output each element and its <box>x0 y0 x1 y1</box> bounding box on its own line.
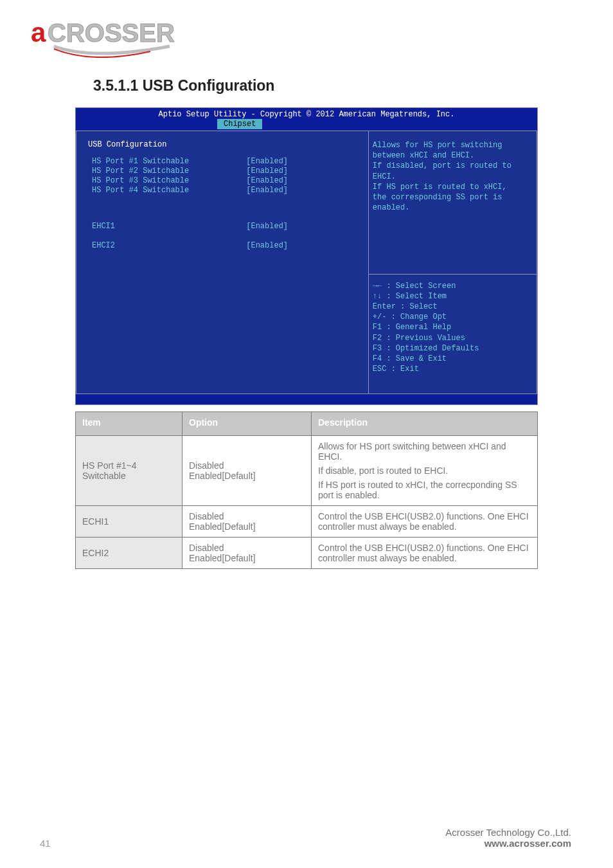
bios-title: Aptio Setup Utility - Copyright © 2012 A… <box>76 108 537 119</box>
td-help: Control the USB EHCI(USB2.0) functions. … <box>312 538 538 569</box>
td-item: HS Port #1~4 Switchable <box>76 436 182 506</box>
td-option: Disabled Enabled[Default] <box>182 436 312 506</box>
cfg-row: HS Port #4 Switchable[Enabled] <box>88 186 357 195</box>
table-row: ECHI2 Disabled Enabled[Default] Control … <box>76 538 538 569</box>
cfg-row: EHCI1[Enabled] <box>88 222 357 231</box>
cfg-row: HS Port #2 Switchable[Enabled] <box>88 167 357 176</box>
td-item: ECHI1 <box>76 506 182 538</box>
section-heading: 3.5.1.1 USB Configuration <box>93 77 613 95</box>
definition-table: Item Option Description HS Port #1~4 Swi… <box>75 411 538 569</box>
page-number: 41 <box>40 838 51 849</box>
footer-company: Acrosser Technology Co.,Ltd. <box>445 827 571 838</box>
table-row: ECHI1 Disabled Enabled[Default] Control … <box>76 506 538 538</box>
cfg-row: HS Port #1 Switchable[Enabled] <box>88 157 357 166</box>
bios-help-text: Allows for HS port switching between xHC… <box>369 131 537 275</box>
page-footer: Acrosser Technology Co.,Ltd. www.acrosse… <box>445 827 571 849</box>
bios-screenshot: Aptio Setup Utility - Copyright © 2012 A… <box>75 107 538 405</box>
bios-left-pane: USB Configuration HS Port #1 Switchable[… <box>76 131 368 394</box>
bios-right-pane: Allows for HS port switching between xHC… <box>368 131 537 394</box>
th-item: Item <box>76 412 182 436</box>
brand-logo: a CROSSER <box>26 13 212 58</box>
bios-key-legend: →← : Select Screen ↑↓ : Select Item Ente… <box>369 275 537 393</box>
bios-footer: Version 2.15.1236. Copyright © 2012 Amer… <box>76 394 537 404</box>
bios-tab-chipset: Chipset <box>217 119 262 129</box>
td-option: Disabled Enabled[Default] <box>182 506 312 538</box>
cfg-row: HS Port #3 Switchable[Enabled] <box>88 176 357 185</box>
cfg-row: EHCI2[Enabled] <box>88 241 357 250</box>
svg-text:CROSSER: CROSSER <box>48 19 175 47</box>
svg-text:a: a <box>31 17 46 48</box>
table-header-row: Item Option Description <box>76 412 538 436</box>
bios-tabrow: Chipset <box>76 119 537 131</box>
td-item: ECHI2 <box>76 538 182 569</box>
td-help: Allows for HS port switching between xHC… <box>312 436 538 506</box>
table-row: HS Port #1~4 Switchable Disabled Enabled… <box>76 436 538 506</box>
document-page: a CROSSER 3.5.1.1 USB Configuration Apti… <box>0 0 613 868</box>
th-option: Option <box>182 412 312 436</box>
td-option: Disabled Enabled[Default] <box>182 538 312 569</box>
th-description: Description <box>312 412 538 436</box>
footer-web: www.acrosser.com <box>445 838 571 849</box>
td-help: Control the USB EHCI(USB2.0) functions. … <box>312 506 538 538</box>
bios-left-heading: USB Configuration <box>88 140 357 149</box>
bios-titlebar: Aptio Setup Utility - Copyright © 2012 A… <box>76 108 537 131</box>
